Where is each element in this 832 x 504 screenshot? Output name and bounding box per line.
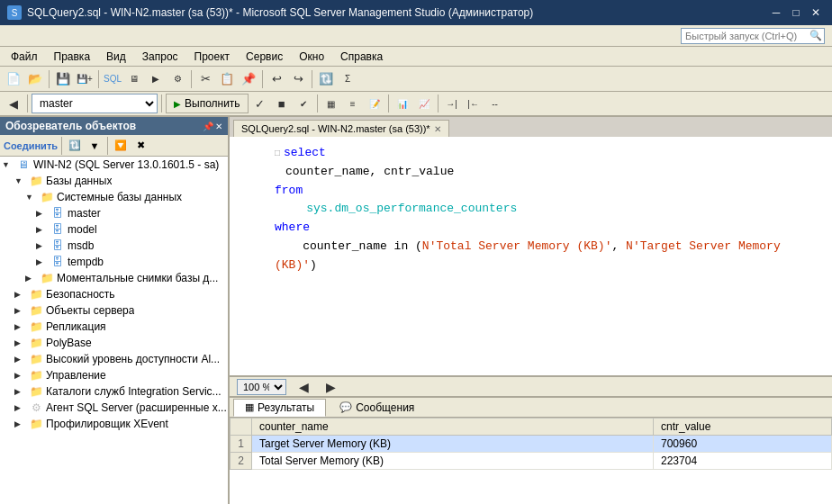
server-label: WIN-N2 (SQL Server 13.0.1601.5 - sa) — [33, 158, 219, 171]
comment-button[interactable]: -- — [485, 94, 505, 113]
code-line-columns: counter_name, cntr_value — [275, 163, 825, 182]
line-num-1 — [257, 144, 267, 160]
separator — [161, 94, 162, 112]
grid-icon: ▦ — [245, 401, 254, 413]
db-engine-button[interactable]: 🖥 — [124, 69, 144, 89]
panel-close-button[interactable]: ✕ — [215, 122, 222, 131]
summarize-button[interactable]: Σ — [338, 69, 357, 89]
maximize-button[interactable]: □ — [787, 4, 805, 21]
open-file-button[interactable]: 📂 — [25, 69, 45, 89]
tree-item-management[interactable]: ▶ 📁 Управление — [0, 367, 228, 383]
parse-button[interactable]: ✔ — [294, 94, 313, 113]
redo-button[interactable]: ↪ — [288, 69, 308, 89]
disconnect-button[interactable]: ✖ — [131, 138, 149, 154]
menu-project[interactable]: Проект — [187, 49, 238, 65]
panel-pin-button[interactable]: 📌 — [203, 122, 213, 131]
cut-button[interactable]: ✂ — [195, 69, 215, 89]
tree-item-tempdb[interactable]: ▶ 🗄 tempdb — [0, 254, 228, 270]
oe-content[interactable]: ▼ 🖥 WIN-N2 (SQL Server 13.0.1601.5 - sa)… — [0, 157, 228, 504]
new-query-button[interactable]: SQL — [103, 69, 122, 89]
menu-query[interactable]: Запрос — [135, 49, 185, 65]
tree-item-sql-agent[interactable]: ▶ ⚙ Агент SQL Server (расширенные х... — [0, 400, 228, 416]
separator — [27, 94, 28, 112]
expand-icon: ▶ — [14, 387, 29, 396]
zoom-in-button[interactable]: ▶ — [321, 377, 340, 397]
quick-search-input[interactable] — [682, 29, 808, 43]
separator — [388, 94, 389, 112]
tree-item-is-catalogs[interactable]: ▶ 📁 Каталоги служб Integration Servic... — [0, 383, 228, 400]
expand-icon: ▶ — [36, 241, 50, 250]
separator — [312, 70, 312, 88]
results-to-grid-button[interactable]: ▦ — [321, 94, 341, 113]
menu-help[interactable]: Справка — [333, 49, 390, 65]
filter-icon-button[interactable]: 🔽 — [112, 138, 130, 154]
tree-item-server[interactable]: ▼ 🖥 WIN-N2 (SQL Server 13.0.1601.5 - sa) — [0, 157, 228, 173]
save-button[interactable]: 💾 — [53, 69, 73, 89]
filter-button[interactable]: ▼ — [86, 138, 104, 154]
close-button[interactable]: ✕ — [807, 4, 825, 21]
database-icon: 🗄 — [50, 256, 65, 268]
back-button[interactable]: ◀ — [4, 94, 23, 113]
folder-icon: 📁 — [29, 288, 43, 301]
msdb-label: msdb — [68, 239, 94, 252]
connect-button[interactable]: Соединить — [4, 138, 58, 154]
tree-item-msdb[interactable]: ▶ 🗄 msdb — [0, 238, 228, 254]
separator — [98, 70, 99, 88]
tree-item-server-objects[interactable]: ▶ 📁 Объекты сервера — [0, 302, 228, 319]
tree-item-replication[interactable]: ▶ 📁 Репликация — [0, 319, 228, 335]
paste-button[interactable]: 📌 — [239, 69, 258, 89]
quick-search-container: 🔍 — [681, 28, 825, 44]
message-icon: 💬 — [339, 401, 352, 413]
results-tab-messages[interactable]: 💬 Сообщения — [328, 399, 426, 417]
results-to-text-button[interactable]: ≡ — [343, 94, 363, 113]
tree-item-security[interactable]: ▶ 📁 Безопасность — [0, 286, 228, 302]
new-file-button[interactable]: 📄 — [4, 69, 23, 89]
cancel-query-button[interactable]: ■ — [272, 94, 292, 113]
tree-item-polybase[interactable]: ▶ 📁 PolyBase — [0, 335, 228, 351]
refresh-button[interactable]: 🔃 — [316, 69, 336, 89]
table-row[interactable]: 1Target Server Memory (KB)700960 — [231, 436, 832, 453]
menu-view[interactable]: Вид — [99, 49, 133, 65]
menu-window[interactable]: Окно — [292, 49, 331, 65]
results-tab-grid[interactable]: ▦ Результаты — [233, 399, 326, 417]
database-selector[interactable]: master — [32, 94, 158, 113]
include-client-stats-button[interactable]: 📈 — [414, 94, 434, 113]
outdent-button[interactable]: |← — [464, 94, 484, 113]
folder-icon: 📁 — [40, 272, 54, 284]
save-all-button[interactable]: 💾+ — [75, 69, 95, 89]
indent-button[interactable]: →| — [442, 94, 462, 113]
menu-service[interactable]: Сервис — [239, 49, 290, 65]
string1: N'Total Server Memory (KB)' — [422, 239, 612, 253]
close-tab-icon[interactable]: ✕ — [434, 124, 441, 134]
tree-item-model[interactable]: ▶ 🗄 model — [0, 221, 228, 238]
execute-button[interactable]: ▶ Выполнить — [166, 94, 249, 113]
copy-button[interactable]: 📋 — [217, 69, 237, 89]
object-explorer-header: Обозреватель объектов 📌 ✕ — [0, 117, 228, 135]
minimize-button[interactable]: ─ — [767, 4, 785, 21]
menu-file[interactable]: Файл — [4, 49, 45, 65]
zoom-select[interactable]: 100 % — [237, 379, 286, 395]
zoom-out-button[interactable]: ◀ — [294, 377, 313, 397]
table-row[interactable]: 2Total Server Memory (KB)223704 — [231, 453, 832, 470]
tree-item-snapshots[interactable]: ▶ 📁 Моментальные снимки базы д... — [0, 270, 228, 286]
kw-from: from — [275, 184, 303, 197]
tree-item-ha[interactable]: ▶ 📁 Высокий уровень доступности Al... — [0, 351, 228, 367]
query-tab-1[interactable]: SQLQuery2.sql - WIN-N2.master (sa (53))*… — [233, 120, 449, 138]
expand-icon: ▼ — [14, 176, 29, 185]
undo-button[interactable]: ↩ — [267, 69, 286, 89]
tree-item-xevent[interactable]: ▶ 📁 Профилировщик XEvent — [0, 416, 228, 432]
results-grid[interactable]: counter_name cntr_value 1Target Server M… — [230, 418, 832, 504]
results-to-file-button[interactable]: 📝 — [365, 94, 384, 113]
tree-item-databases[interactable]: ▼ 📁 Базы данных — [0, 173, 228, 189]
system-dbs-label: Системные базы данных — [57, 191, 182, 203]
xevent-label: Профилировщик XEvent — [46, 418, 168, 430]
refresh-oe-button[interactable]: 🔃 — [66, 138, 84, 154]
analysis-button[interactable]: ▶ — [146, 69, 166, 89]
code-editor[interactable]: □ select counter_name, cntr_value from s… — [230, 137, 832, 376]
show-actual-plan-button[interactable]: 📊 — [393, 94, 412, 113]
debug-button[interactable]: ✓ — [250, 94, 270, 113]
integration-button[interactable]: ⚙ — [167, 69, 187, 89]
tree-item-master[interactable]: ▶ 🗄 master — [0, 205, 228, 221]
tree-item-system-dbs[interactable]: ▼ 📁 Системные базы данных — [0, 189, 228, 205]
menu-edit[interactable]: Правка — [47, 49, 98, 65]
